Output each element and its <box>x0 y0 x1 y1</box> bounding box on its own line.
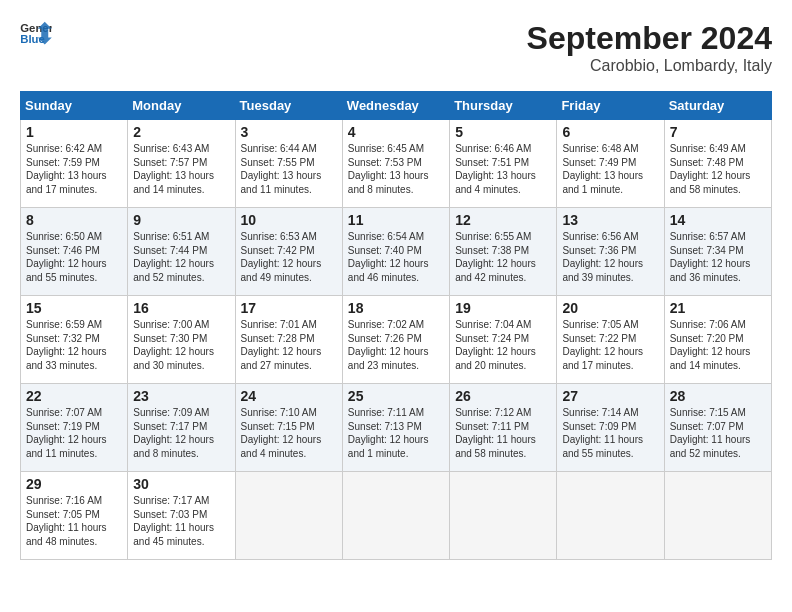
cell-info: Sunrise: 7:06 AM Sunset: 7:20 PM Dayligh… <box>670 318 766 372</box>
calendar-cell: 28Sunrise: 7:15 AM Sunset: 7:07 PM Dayli… <box>664 384 771 472</box>
cell-info: Sunrise: 6:46 AM Sunset: 7:51 PM Dayligh… <box>455 142 551 196</box>
calendar-cell: 24Sunrise: 7:10 AM Sunset: 7:15 PM Dayli… <box>235 384 342 472</box>
page-header: General Blue September 2024 Carobbio, Lo… <box>20 20 772 75</box>
calendar-cell: 30Sunrise: 7:17 AM Sunset: 7:03 PM Dayli… <box>128 472 235 560</box>
day-number: 23 <box>133 388 229 404</box>
calendar-cell: 25Sunrise: 7:11 AM Sunset: 7:13 PM Dayli… <box>342 384 449 472</box>
calendar-cell: 5Sunrise: 6:46 AM Sunset: 7:51 PM Daylig… <box>450 120 557 208</box>
day-number: 2 <box>133 124 229 140</box>
day-number: 14 <box>670 212 766 228</box>
calendar-week-row: 1Sunrise: 6:42 AM Sunset: 7:59 PM Daylig… <box>21 120 772 208</box>
cell-info: Sunrise: 6:53 AM Sunset: 7:42 PM Dayligh… <box>241 230 337 284</box>
cell-info: Sunrise: 6:54 AM Sunset: 7:40 PM Dayligh… <box>348 230 444 284</box>
day-number: 4 <box>348 124 444 140</box>
cell-info: Sunrise: 6:57 AM Sunset: 7:34 PM Dayligh… <box>670 230 766 284</box>
cell-info: Sunrise: 6:56 AM Sunset: 7:36 PM Dayligh… <box>562 230 658 284</box>
weekday-header-cell: Saturday <box>664 92 771 120</box>
calendar-cell: 18Sunrise: 7:02 AM Sunset: 7:26 PM Dayli… <box>342 296 449 384</box>
title-block: September 2024 Carobbio, Lombardy, Italy <box>527 20 772 75</box>
day-number: 9 <box>133 212 229 228</box>
weekday-header-cell: Friday <box>557 92 664 120</box>
calendar-cell: 23Sunrise: 7:09 AM Sunset: 7:17 PM Dayli… <box>128 384 235 472</box>
calendar-cell: 19Sunrise: 7:04 AM Sunset: 7:24 PM Dayli… <box>450 296 557 384</box>
cell-info: Sunrise: 6:43 AM Sunset: 7:57 PM Dayligh… <box>133 142 229 196</box>
calendar-cell: 26Sunrise: 7:12 AM Sunset: 7:11 PM Dayli… <box>450 384 557 472</box>
day-number: 5 <box>455 124 551 140</box>
cell-info: Sunrise: 7:14 AM Sunset: 7:09 PM Dayligh… <box>562 406 658 460</box>
cell-info: Sunrise: 6:45 AM Sunset: 7:53 PM Dayligh… <box>348 142 444 196</box>
calendar-cell: 14Sunrise: 6:57 AM Sunset: 7:34 PM Dayli… <box>664 208 771 296</box>
day-number: 3 <box>241 124 337 140</box>
day-number: 24 <box>241 388 337 404</box>
calendar-cell: 29Sunrise: 7:16 AM Sunset: 7:05 PM Dayli… <box>21 472 128 560</box>
cell-info: Sunrise: 6:44 AM Sunset: 7:55 PM Dayligh… <box>241 142 337 196</box>
logo: General Blue <box>20 20 52 48</box>
calendar-cell: 17Sunrise: 7:01 AM Sunset: 7:28 PM Dayli… <box>235 296 342 384</box>
calendar-cell: 6Sunrise: 6:48 AM Sunset: 7:49 PM Daylig… <box>557 120 664 208</box>
cell-info: Sunrise: 6:55 AM Sunset: 7:38 PM Dayligh… <box>455 230 551 284</box>
day-number: 30 <box>133 476 229 492</box>
month-year: September 2024 <box>527 20 772 57</box>
calendar-cell <box>342 472 449 560</box>
weekday-header-row: SundayMondayTuesdayWednesdayThursdayFrid… <box>21 92 772 120</box>
day-number: 8 <box>26 212 122 228</box>
calendar-cell: 13Sunrise: 6:56 AM Sunset: 7:36 PM Dayli… <box>557 208 664 296</box>
calendar-cell <box>235 472 342 560</box>
calendar-cell: 4Sunrise: 6:45 AM Sunset: 7:53 PM Daylig… <box>342 120 449 208</box>
cell-info: Sunrise: 6:48 AM Sunset: 7:49 PM Dayligh… <box>562 142 658 196</box>
calendar-cell <box>557 472 664 560</box>
calendar-cell: 8Sunrise: 6:50 AM Sunset: 7:46 PM Daylig… <box>21 208 128 296</box>
logo-icon: General Blue <box>20 20 52 48</box>
calendar-table: SundayMondayTuesdayWednesdayThursdayFrid… <box>20 91 772 560</box>
cell-info: Sunrise: 6:50 AM Sunset: 7:46 PM Dayligh… <box>26 230 122 284</box>
day-number: 18 <box>348 300 444 316</box>
cell-info: Sunrise: 7:10 AM Sunset: 7:15 PM Dayligh… <box>241 406 337 460</box>
calendar-cell <box>450 472 557 560</box>
day-number: 1 <box>26 124 122 140</box>
calendar-body: 1Sunrise: 6:42 AM Sunset: 7:59 PM Daylig… <box>21 120 772 560</box>
calendar-cell: 7Sunrise: 6:49 AM Sunset: 7:48 PM Daylig… <box>664 120 771 208</box>
weekday-header-cell: Monday <box>128 92 235 120</box>
day-number: 16 <box>133 300 229 316</box>
calendar-week-row: 15Sunrise: 6:59 AM Sunset: 7:32 PM Dayli… <box>21 296 772 384</box>
cell-info: Sunrise: 7:02 AM Sunset: 7:26 PM Dayligh… <box>348 318 444 372</box>
weekday-header-cell: Tuesday <box>235 92 342 120</box>
calendar-cell: 11Sunrise: 6:54 AM Sunset: 7:40 PM Dayli… <box>342 208 449 296</box>
cell-info: Sunrise: 6:42 AM Sunset: 7:59 PM Dayligh… <box>26 142 122 196</box>
cell-info: Sunrise: 6:49 AM Sunset: 7:48 PM Dayligh… <box>670 142 766 196</box>
calendar-week-row: 29Sunrise: 7:16 AM Sunset: 7:05 PM Dayli… <box>21 472 772 560</box>
day-number: 26 <box>455 388 551 404</box>
day-number: 27 <box>562 388 658 404</box>
calendar-week-row: 22Sunrise: 7:07 AM Sunset: 7:19 PM Dayli… <box>21 384 772 472</box>
calendar-cell: 27Sunrise: 7:14 AM Sunset: 7:09 PM Dayli… <box>557 384 664 472</box>
cell-info: Sunrise: 7:15 AM Sunset: 7:07 PM Dayligh… <box>670 406 766 460</box>
calendar-cell: 9Sunrise: 6:51 AM Sunset: 7:44 PM Daylig… <box>128 208 235 296</box>
calendar-cell: 12Sunrise: 6:55 AM Sunset: 7:38 PM Dayli… <box>450 208 557 296</box>
day-number: 13 <box>562 212 658 228</box>
cell-info: Sunrise: 7:17 AM Sunset: 7:03 PM Dayligh… <box>133 494 229 548</box>
day-number: 19 <box>455 300 551 316</box>
calendar-cell: 2Sunrise: 6:43 AM Sunset: 7:57 PM Daylig… <box>128 120 235 208</box>
cell-info: Sunrise: 7:05 AM Sunset: 7:22 PM Dayligh… <box>562 318 658 372</box>
location: Carobbio, Lombardy, Italy <box>527 57 772 75</box>
cell-info: Sunrise: 7:00 AM Sunset: 7:30 PM Dayligh… <box>133 318 229 372</box>
calendar-cell: 20Sunrise: 7:05 AM Sunset: 7:22 PM Dayli… <box>557 296 664 384</box>
cell-info: Sunrise: 7:16 AM Sunset: 7:05 PM Dayligh… <box>26 494 122 548</box>
day-number: 25 <box>348 388 444 404</box>
calendar-cell <box>664 472 771 560</box>
day-number: 22 <box>26 388 122 404</box>
calendar-cell: 3Sunrise: 6:44 AM Sunset: 7:55 PM Daylig… <box>235 120 342 208</box>
calendar-cell: 1Sunrise: 6:42 AM Sunset: 7:59 PM Daylig… <box>21 120 128 208</box>
weekday-header-cell: Wednesday <box>342 92 449 120</box>
day-number: 7 <box>670 124 766 140</box>
cell-info: Sunrise: 7:12 AM Sunset: 7:11 PM Dayligh… <box>455 406 551 460</box>
day-number: 6 <box>562 124 658 140</box>
calendar-cell: 22Sunrise: 7:07 AM Sunset: 7:19 PM Dayli… <box>21 384 128 472</box>
cell-info: Sunrise: 7:04 AM Sunset: 7:24 PM Dayligh… <box>455 318 551 372</box>
cell-info: Sunrise: 7:07 AM Sunset: 7:19 PM Dayligh… <box>26 406 122 460</box>
day-number: 11 <box>348 212 444 228</box>
cell-info: Sunrise: 6:59 AM Sunset: 7:32 PM Dayligh… <box>26 318 122 372</box>
weekday-header-cell: Thursday <box>450 92 557 120</box>
calendar-cell: 16Sunrise: 7:00 AM Sunset: 7:30 PM Dayli… <box>128 296 235 384</box>
day-number: 12 <box>455 212 551 228</box>
